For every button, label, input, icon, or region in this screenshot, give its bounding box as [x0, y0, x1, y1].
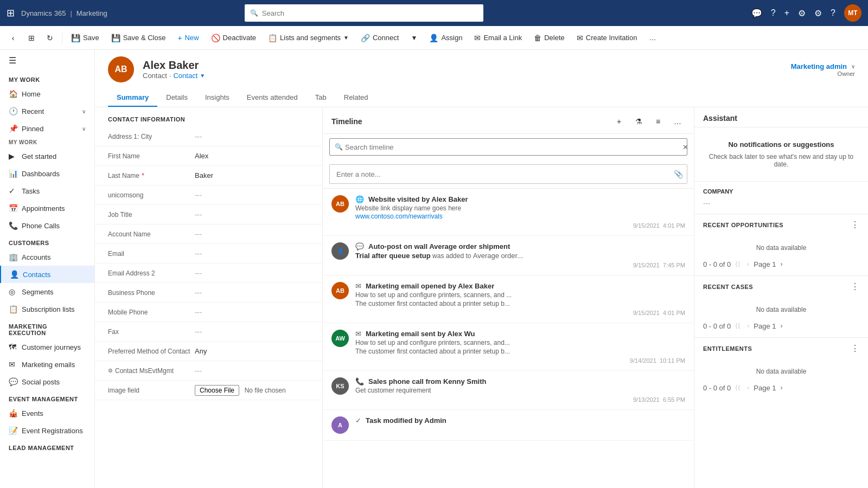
sidebar-item-events[interactable]: 🎪 Events — [0, 404, 94, 422]
user-avatar[interactable]: MT — [844, 4, 861, 22]
tab-details[interactable]: Details — [157, 89, 196, 107]
sidebar-item-segments[interactable]: ◎ Segments — [0, 283, 94, 300]
settings-icon[interactable]: ⚙ — [814, 8, 822, 18]
question-icon[interactable]: ? — [831, 8, 835, 18]
choose-file-button[interactable]: Choose File — [195, 385, 239, 396]
back-button[interactable]: ‹ — [4, 29, 22, 47]
value-contact-msevtmgmt[interactable]: --- — [195, 367, 309, 375]
cases-first-page-btn[interactable]: ⟨⟨ — [733, 321, 743, 331]
value-job-title[interactable]: --- — [195, 210, 309, 219]
opportunities-first-page-btn[interactable]: ⟨⟨ — [733, 259, 743, 269]
connect-button[interactable]: 🔗 Connect — [355, 30, 404, 46]
module-name[interactable]: Marketing — [76, 9, 107, 17]
label-job-title: Job Title — [108, 211, 195, 219]
timeline-sort-button[interactable]: ≡ — [650, 114, 666, 129]
timeline-search-input[interactable] — [329, 138, 687, 156]
layout-button[interactable]: ⊞ — [23, 29, 40, 47]
note-input[interactable] — [329, 164, 687, 184]
search-input[interactable] — [245, 4, 483, 22]
tab-events-attended[interactable]: Events attended — [238, 89, 307, 107]
cases-prev-page-btn[interactable]: ‹ — [745, 321, 751, 331]
sidebar-item-dashboards[interactable]: 📊 Dashboards — [0, 165, 94, 182]
contact-header-top: AB Alex Baker Contact · Contact ▼ Market… — [108, 56, 855, 82]
tab-tab[interactable]: Tab — [307, 89, 335, 107]
contact-subtype-chevron[interactable]: ▼ — [200, 73, 205, 79]
global-search: 🔍 — [245, 4, 483, 22]
value-unicornsong[interactable]: --- — [195, 191, 309, 199]
value-mobile-phone[interactable]: --- — [195, 308, 309, 316]
sidebar-item-home[interactable]: 🏠 Home — [0, 85, 94, 102]
assign-button[interactable]: 👤 Assign — [424, 30, 468, 46]
lists-segments-button[interactable]: 📋 Lists and segments ▼ — [263, 30, 354, 46]
sidebar-item-tasks[interactable]: ✓ Tasks — [0, 182, 94, 200]
entitlements-prev-page-btn[interactable]: ‹ — [745, 383, 751, 393]
sidebar-label-pinned: Pinned — [22, 125, 43, 133]
sidebar-item-event-registrations[interactable]: 📝 Event Registrations — [0, 422, 94, 439]
add-icon[interactable]: + — [784, 8, 789, 18]
owner-name[interactable]: Marketing admin — [791, 62, 847, 70]
attach-icon[interactable]: 📎 — [674, 170, 683, 178]
main-layout: ☰ My Work 🏠 Home 🕐 Recent ∨ 📌 Pinned ∨ M… — [0, 50, 868, 488]
filter-icon[interactable]: ⚙ — [798, 8, 806, 18]
recent-opportunities-header[interactable]: RECENT OPPORTUNITIES ⋮ — [694, 214, 868, 235]
value-first-name[interactable]: Alex — [195, 152, 309, 160]
new-button[interactable]: + New — [172, 30, 204, 46]
sidebar-item-phone-calls[interactable]: 📞 Phone Calls — [0, 217, 94, 234]
value-email-2[interactable]: --- — [195, 269, 309, 277]
waffle-icon[interactable]: ⊞ — [7, 7, 15, 19]
app-name[interactable]: Dynamics 365 — [21, 9, 66, 17]
sidebar-item-subscription-lists[interactable]: 📋 Subscription lists — [0, 300, 94, 318]
chat-icon[interactable]: 💬 — [751, 8, 762, 18]
save-close-button[interactable]: 💾 Save & Close — [106, 30, 171, 46]
entitlements-more-icon[interactable]: ⋮ — [851, 343, 859, 354]
tab-insights[interactable]: Insights — [196, 89, 238, 107]
value-address-city[interactable]: --- — [195, 132, 309, 140]
opportunities-next-page-btn[interactable]: › — [778, 259, 785, 269]
value-business-phone[interactable]: --- — [195, 288, 309, 297]
sidebar-item-appointments[interactable]: 📅 Appointments — [0, 200, 94, 217]
sidebar-label-segments: Segments — [22, 288, 54, 296]
value-preferred-contact[interactable]: Any — [195, 347, 309, 355]
recent-cases-header[interactable]: RECENT CASES ⋮ — [694, 276, 868, 297]
timeline-add-button[interactable]: + — [611, 114, 627, 129]
refresh-button[interactable]: ↻ — [41, 29, 59, 47]
tab-summary[interactable]: Summary — [108, 89, 157, 107]
entitlements-pagination: 0 - 0 of 0 ⟨⟨ ‹ Page 1 › — [703, 383, 859, 393]
save-button[interactable]: 💾 Save — [66, 30, 105, 46]
sidebar-toggle[interactable]: ☰ — [0, 50, 94, 71]
owner-chevron-icon[interactable]: ∨ — [851, 63, 855, 69]
sidebar-item-accounts[interactable]: 🏢 Accounts — [0, 248, 94, 266]
sidebar-item-marketing-emails[interactable]: ✉ Marketing emails — [0, 356, 94, 373]
timeline-website-link[interactable]: www.contoso.com/newarrivals — [355, 213, 443, 220]
cases-next-page-btn[interactable]: › — [778, 321, 785, 331]
timeline-clear-icon[interactable]: ✕ — [682, 143, 688, 151]
entitlements-next-page-btn[interactable]: › — [778, 383, 785, 393]
value-last-name[interactable]: Baker — [195, 171, 309, 179]
timeline-filter-button[interactable]: ⚗ — [631, 114, 646, 129]
deactivate-button[interactable]: 🚫 Deactivate — [206, 30, 261, 46]
more-actions-button[interactable]: … — [643, 30, 661, 45]
sidebar-item-social-posts[interactable]: 💬 Social posts — [0, 373, 94, 390]
delete-button[interactable]: 🗑 Delete — [528, 30, 570, 46]
email-link-button[interactable]: ✉ Email a Link — [469, 30, 527, 46]
tab-related[interactable]: Related — [335, 89, 377, 107]
sidebar-item-pinned[interactable]: 📌 Pinned ∨ — [0, 120, 94, 137]
opportunities-more-icon[interactable]: ⋮ — [851, 220, 859, 230]
create-invitation-button[interactable]: ✉ Create Invitation — [571, 30, 643, 46]
entitlements-header[interactable]: ENTITLEMENTS ⋮ — [694, 338, 868, 359]
opportunities-prev-page-btn[interactable]: ‹ — [745, 259, 751, 269]
cases-more-icon[interactable]: ⋮ — [851, 281, 859, 292]
sidebar-item-customer-journeys[interactable]: 🗺 Customer journeys — [0, 338, 94, 356]
sidebar-item-get-started[interactable]: ▶ Get started — [0, 147, 94, 165]
value-email[interactable]: --- — [195, 249, 309, 258]
timeline-email-opened-meta: 9/15/2021 4:01 PM — [355, 310, 685, 316]
value-account-name[interactable]: --- — [195, 230, 309, 238]
timeline-more-button[interactable]: … — [670, 114, 685, 129]
help-icon[interactable]: ? — [771, 8, 776, 18]
value-fax[interactable]: --- — [195, 328, 309, 336]
sidebar-item-recent[interactable]: 🕐 Recent ∨ — [0, 102, 94, 120]
contact-subtype[interactable]: Contact — [173, 72, 197, 80]
entitlements-first-page-btn[interactable]: ⟨⟨ — [733, 383, 743, 393]
connect-more-button[interactable]: ▼ — [405, 29, 423, 47]
sidebar-item-contacts[interactable]: 👤 Contacts — [0, 266, 94, 283]
